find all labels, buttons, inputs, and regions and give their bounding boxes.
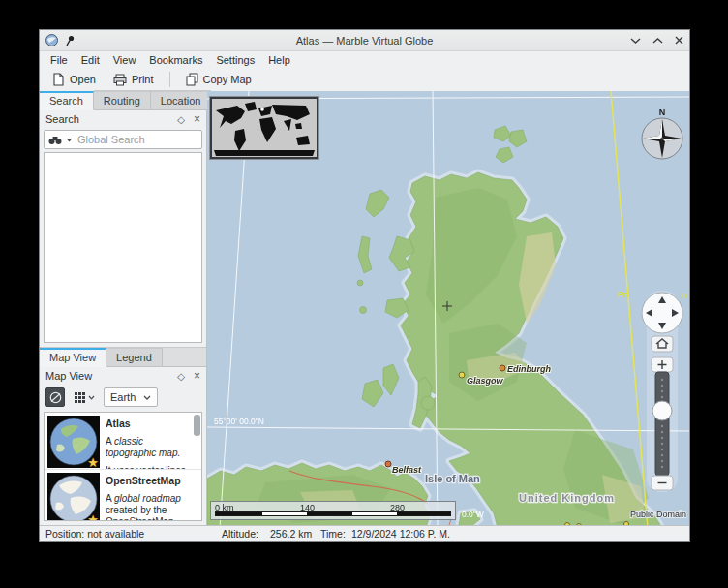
map-theme-description: A classic topographic map. [106,436,192,459]
map-viewport[interactable]: 55°00' 00.0"N 0.0"W Pri n [207,91,689,525]
map-theme-title: Atlas [106,418,131,429]
mapview-controls: Earth [40,385,206,410]
app-globe-icon [46,34,58,46]
status-position: Position: not available [46,528,144,540]
binoculars-icon [48,135,63,145]
close-button[interactable] [675,36,683,45]
map-theme-description: A global roadmap created by the OpenStre… [106,493,192,521]
menu-view[interactable]: View [106,53,143,67]
tab-map-view[interactable]: Map View [40,348,106,367]
navigation-controls[interactable] [637,289,687,494]
pin-icon[interactable] [65,35,76,46]
menu-file[interactable]: File [44,53,75,67]
belfast-label: Belfast [392,465,422,475]
compass-north-label: N [659,108,666,117]
map-scale-bar: 0 km 140 280 [210,501,456,520]
atlas-thumbnail: ★ [47,416,100,468]
tab-location[interactable]: Location [151,90,212,109]
tab-legend[interactable]: Legend [106,347,163,366]
chevron-down-icon [88,395,95,400]
global-search-input[interactable] [76,133,197,146]
app-window: Atlas — Marble Virtual Globe File [39,29,690,542]
zoom-slider-thumb[interactable] [652,401,672,420]
edinburgh-label: Edinburgh [507,364,551,374]
copy-icon [186,73,198,86]
close-panel-icon[interactable]: × [194,369,200,383]
openstreetmap-thumbnail: ★ [47,473,100,521]
open-file-icon [52,73,65,86]
map-theme-description-line2: It uses vector lines to mark [106,465,192,469]
celestial-body-button[interactable] [46,387,65,407]
map-list-scrollbar[interactable] [194,415,200,436]
copy-map-button[interactable]: Copy Map [181,71,257,88]
print-label: Print [132,74,154,85]
tab-search[interactable]: Search [40,91,94,110]
float-panel-icon[interactable]: ◇ [177,114,185,125]
status-time-value: 12/9/2024 12:06 P. M. [351,528,450,540]
prime-meridian-label-fragment: Pri [618,290,628,299]
open-button[interactable]: Open [47,71,101,88]
overview-map[interactable] [210,97,318,159]
mapview-panel-header: Map View ◇ × [40,367,206,385]
glasgow-marker[interactable] [459,372,465,378]
belfast-marker[interactable] [385,461,391,467]
mapview-panel-title: Map View [46,370,92,382]
glasgow-label: Glasgow [467,376,504,386]
status-altitude-label: Altitude: [222,528,258,540]
chevron-down-icon [143,395,151,400]
menu-help[interactable]: Help [261,53,297,67]
tab-routing[interactable]: Routing [94,90,151,109]
celestial-body-select[interactable]: Earth [104,387,158,407]
search-panel-header: Search ◇ × [40,110,206,128]
copy-map-label: Copy Map [203,74,252,85]
united-kingdom-label: United Kingdom [519,492,615,504]
latitude-label: 55°00' 00.0"N [214,417,264,426]
printer-icon [113,74,127,86]
compass-rose[interactable]: N [639,104,685,162]
close-panel-icon[interactable]: × [194,112,200,126]
window-title: Atlas — Marble Virtual Globe [40,35,689,46]
menu-settings[interactable]: Settings [209,53,261,67]
print-button[interactable]: Print [108,72,159,88]
mapview-dock-tabbar: Map View Legend [40,348,206,367]
left-dock: Search Routing Location Search ◇ × [40,91,207,525]
scale-bar-segments [215,511,451,516]
favorite-star-icon: ★ [87,456,99,469]
map-theme-title: OpenStreetMap [106,475,181,486]
toolbar-separator [169,72,170,87]
celestial-body-value: Earth [110,391,136,403]
menu-edit[interactable]: Edit [75,53,106,67]
map-theme-openstreetmap[interactable]: ★ OpenStreetMap A global roadmap created… [45,469,201,521]
menubar: File Edit View Bookmarks Settings Help [40,51,689,68]
isle-of-man-label: Isle of Man [425,473,480,484]
mapview-dock: Map View Legend Map View ◇ × [40,347,206,525]
search-panel-title: Search [46,113,79,125]
map-theme-atlas[interactable]: ★ Atlas A classic topographic map. It us… [45,413,201,469]
maximize-button[interactable] [652,37,663,45]
menu-bookmarks[interactable]: Bookmarks [142,53,209,67]
search-options-chevron-icon[interactable] [66,138,73,142]
grid-view-icon [74,391,86,404]
edinburgh-marker[interactable] [500,365,505,371]
global-search-box[interactable] [44,130,202,149]
search-dock-tabbar: Search Routing Location [40,91,206,110]
attribution-label: Public Domain [630,510,686,519]
titlebar[interactable]: Atlas — Marble Virtual Globe [40,30,689,51]
map-list-view-button[interactable] [70,387,99,407]
overview-position-dot [260,108,264,111]
minimize-button[interactable] [630,37,641,45]
main-toolbar: Open Print Copy Map [40,68,689,91]
search-dock: Search Routing Location Search ◇ × [40,91,206,347]
status-time-label: Time: [320,528,346,540]
open-label: Open [70,74,96,85]
longitude-label: 0.0"W [462,510,484,519]
search-results-list[interactable] [44,152,202,343]
favorite-star-icon: ★ [87,513,99,521]
globe-projection-icon [49,391,62,404]
float-panel-icon[interactable]: ◇ [177,371,185,382]
status-altitude-value: 256.2 km [270,528,312,540]
status-bar: Position: not available Altitude: 256.2 … [40,525,689,541]
map-theme-list[interactable]: ★ Atlas A classic topographic map. It us… [44,412,202,521]
